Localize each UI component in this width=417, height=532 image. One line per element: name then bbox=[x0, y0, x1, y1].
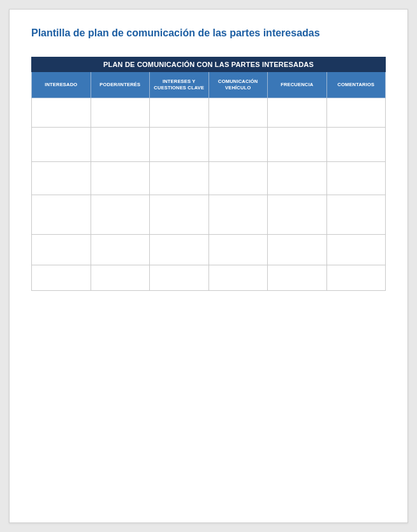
cell[interactable] bbox=[326, 195, 386, 235]
cell[interactable] bbox=[32, 128, 91, 162]
cell[interactable] bbox=[91, 128, 150, 162]
cell[interactable] bbox=[91, 195, 150, 235]
cell[interactable] bbox=[268, 235, 327, 265]
cell[interactable] bbox=[208, 265, 268, 291]
cell[interactable] bbox=[268, 265, 327, 291]
cell[interactable] bbox=[150, 128, 209, 162]
cell[interactable] bbox=[32, 98, 91, 128]
cell[interactable] bbox=[326, 235, 386, 265]
col-header-poder-interes: PODER/INTERÉS bbox=[91, 72, 150, 98]
table-title: PLAN DE COMUNICACIÓN CON LAS PARTES INTE… bbox=[32, 57, 386, 72]
cell[interactable] bbox=[32, 235, 91, 265]
table-row bbox=[32, 195, 386, 235]
cell[interactable] bbox=[91, 162, 150, 195]
page-title: Plantilla de plan de comunicación de las… bbox=[31, 27, 386, 39]
col-header-comentarios: COMENTARIOS bbox=[326, 72, 386, 98]
cell[interactable] bbox=[91, 98, 150, 128]
cell[interactable] bbox=[32, 195, 91, 235]
table-row bbox=[32, 98, 386, 128]
cell[interactable] bbox=[326, 265, 386, 291]
cell[interactable] bbox=[326, 162, 386, 195]
cell[interactable] bbox=[32, 265, 91, 291]
cell[interactable] bbox=[208, 128, 268, 162]
cell[interactable] bbox=[208, 195, 268, 235]
col-header-comunicacion-vehiculo: COMUNICACIÓN VEHÍCULO bbox=[208, 72, 268, 98]
cell[interactable] bbox=[326, 98, 386, 128]
cell[interactable] bbox=[208, 235, 268, 265]
cell[interactable] bbox=[150, 195, 209, 235]
col-header-frecuencia: FRECUENCIA bbox=[268, 72, 327, 98]
table-row bbox=[32, 162, 386, 195]
col-header-intereses-clave: INTERESES Y CUESTIONES CLAVE bbox=[150, 72, 209, 98]
cell[interactable] bbox=[91, 235, 150, 265]
table-header-row: INTERESADO PODER/INTERÉS INTERESES Y CUE… bbox=[32, 72, 386, 98]
cell[interactable] bbox=[150, 265, 209, 291]
cell[interactable] bbox=[150, 98, 209, 128]
col-header-interesado: INTERESADO bbox=[32, 72, 91, 98]
stakeholder-plan-table: PLAN DE COMUNICACIÓN CON LAS PARTES INTE… bbox=[31, 57, 386, 291]
cell[interactable] bbox=[208, 98, 268, 128]
cell[interactable] bbox=[268, 162, 327, 195]
cell[interactable] bbox=[208, 162, 268, 195]
cell[interactable] bbox=[326, 128, 386, 162]
table-row bbox=[32, 235, 386, 265]
cell[interactable] bbox=[91, 265, 150, 291]
cell[interactable] bbox=[268, 195, 327, 235]
cell[interactable] bbox=[32, 162, 91, 195]
cell[interactable] bbox=[150, 162, 209, 195]
table-row bbox=[32, 128, 386, 162]
table-title-row: PLAN DE COMUNICACIÓN CON LAS PARTES INTE… bbox=[32, 57, 386, 72]
cell[interactable] bbox=[268, 128, 327, 162]
table-row bbox=[32, 265, 386, 291]
document-page: Plantilla de plan de comunicación de las… bbox=[9, 9, 408, 523]
cell[interactable] bbox=[150, 235, 209, 265]
cell[interactable] bbox=[268, 98, 327, 128]
